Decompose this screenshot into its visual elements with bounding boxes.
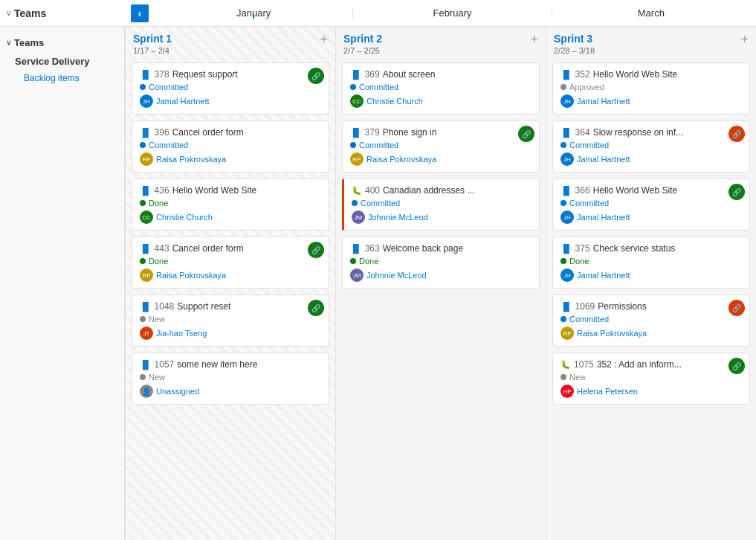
card-443-id: 443	[155, 243, 169, 254]
sprint-2-dates: 2/7 – 2/25	[343, 46, 382, 55]
avatar-jamal-375: JH	[560, 269, 574, 282]
sprint-1-title: Sprint 1	[133, 33, 172, 45]
card-363-id: 363	[365, 243, 380, 254]
card-375-status: Done	[569, 257, 589, 266]
card-436[interactable]: ▐▌ 436 Hello World Web Site Done CC Chri…	[132, 179, 329, 231]
card-352-id: 352	[575, 69, 590, 80]
card-366-link-badge: 🔗	[728, 184, 745, 200]
sprint-3-add-icon[interactable]: +	[740, 33, 749, 46]
card-1075-link-badge: 🔗	[728, 358, 745, 374]
card-436-title: Hello World Web Site	[172, 185, 257, 196]
month-headers: January February March	[155, 7, 750, 19]
avatar-christie-369: CC	[350, 94, 364, 108]
card-375-icon: ▐▌	[560, 244, 572, 253]
card-1069-link-badge: 🔗	[728, 300, 745, 316]
avatar-johnnie-400: JM	[352, 210, 365, 224]
sprint-2-title: Sprint 2	[343, 33, 382, 45]
card-436-icon: ▐▌	[140, 186, 152, 195]
card-378-link-badge: 🔗	[308, 68, 324, 84]
card-1048[interactable]: ▐▌ 1048 Support reset New JT Jia-hao Tse…	[132, 295, 329, 347]
card-400-id: 400	[365, 185, 380, 196]
card-379-link-badge: 🔗	[518, 126, 534, 142]
card-1057-id: 1057	[155, 359, 175, 370]
card-369-assignee: Christie Church	[366, 97, 423, 106]
sidebar-section-label: Service Delivery	[0, 53, 124, 70]
card-364-status: Committed	[569, 141, 609, 150]
sprint-3-column: Sprint 3 2/28 – 3/18 + ▐▌ 352 Hello Worl…	[546, 27, 756, 540]
card-396-status: Committed	[149, 141, 188, 150]
card-396[interactable]: ▐▌ 396 Cancel order form Committed RP Ra…	[132, 120, 329, 173]
card-375[interactable]: ▐▌ 375 Check service status Done JH Jama…	[552, 237, 750, 289]
avatar-jamal-352: JH	[560, 94, 574, 108]
card-396-id: 396	[155, 127, 169, 138]
avatar-jamal-366: JH	[560, 210, 574, 224]
card-369-id: 369	[365, 69, 380, 80]
card-364-assignee: Jamal Hartnett	[577, 155, 630, 164]
card-375-id: 375	[575, 243, 590, 254]
card-443-link-badge: 🔗	[308, 242, 324, 258]
card-443-status: Done	[149, 257, 168, 266]
card-400-icon: 🐛	[352, 186, 362, 196]
card-363-assignee: Johnnie McLeod	[366, 271, 427, 280]
sprint-3-title: Sprint 3	[554, 33, 595, 45]
sidebar-team-chevron: ∨	[6, 39, 11, 47]
card-363[interactable]: ▐▌ 363 Welcome back page Done JM Johnnie…	[342, 237, 540, 289]
sprint-1-header: Sprint 1 1/17 – 2/4 +	[132, 33, 329, 55]
card-1048-status: New	[149, 315, 165, 324]
card-1069-title: Permissions	[598, 301, 646, 312]
card-400-status: Committed	[361, 199, 400, 208]
nav-back-button[interactable]: ‹	[131, 4, 149, 22]
card-379-assignee: Raisa Pokrovskaya	[366, 155, 436, 164]
sidebar: ∨ Teams Service Delivery Backlog items	[0, 27, 125, 540]
card-366-title: Hello World Web Site	[593, 185, 678, 196]
card-379-id: 379	[365, 127, 380, 138]
card-366-id: 366	[575, 185, 590, 196]
card-1057-icon: ▐▌	[140, 360, 152, 369]
card-378[interactable]: ▐▌ 378 Request support Committed JH Jama…	[132, 62, 329, 115]
sidebar-team-header[interactable]: ∨ Teams	[0, 33, 124, 53]
card-1057[interactable]: ▐▌ 1057 some new item here New 👤 Unassig…	[132, 353, 329, 405]
card-443-title: Cancel order form	[172, 243, 244, 254]
avatar-christie-436: CC	[140, 210, 153, 224]
sprint-2-add-icon[interactable]: +	[530, 33, 538, 46]
card-400-assignee: Johnnie McLeod	[368, 213, 428, 222]
card-443[interactable]: ▐▌ 443 Cancel order form Done RP Raisa P…	[132, 237, 329, 289]
card-379-icon: ▐▌	[350, 128, 362, 137]
card-1069[interactable]: ▐▌ 1069 Permissions Committed RP Raisa P…	[552, 295, 750, 347]
card-436-status: Done	[149, 199, 168, 208]
card-369[interactable]: ▐▌ 369 About screen Committed CC Christi…	[342, 62, 540, 115]
card-1048-id: 1048	[155, 301, 175, 312]
card-1048-icon: ▐▌	[140, 302, 152, 311]
sidebar-item-backlog[interactable]: Backlog items	[0, 70, 124, 86]
sprint-1-add-icon[interactable]: +	[320, 33, 328, 46]
sprint-3-dates: 2/28 – 3/18	[554, 46, 595, 55]
avatar-unassigned-1057: 👤	[140, 385, 153, 398]
sprint-1-dates: 1/17 – 2/4	[133, 46, 172, 55]
card-400[interactable]: 🐛 400 Canadian addresses ... Committed J…	[342, 179, 540, 231]
card-364-title: Slow response on inf...	[593, 127, 683, 138]
card-364[interactable]: ▐▌ 364 Slow response on inf... Committed…	[552, 120, 750, 173]
teams-section-header: ∨ Teams	[6, 7, 125, 19]
avatar-jamal-364: JH	[560, 152, 574, 166]
card-378-icon: ▐▌	[140, 70, 152, 79]
card-375-assignee: Jamal Hartnett	[577, 271, 630, 280]
card-436-assignee: Christie Church	[156, 213, 213, 222]
card-352-icon: ▐▌	[560, 70, 572, 79]
card-1069-icon: ▐▌	[560, 302, 572, 311]
month-february: February	[352, 7, 551, 19]
month-january: January	[155, 7, 352, 19]
card-1075[interactable]: 🐛 1075 352 : Add an inform... New HP Hel…	[552, 353, 750, 405]
card-1075-status: New	[569, 373, 586, 382]
card-352-assignee: Jamal Hartnett	[577, 97, 630, 106]
sprint-2-column: Sprint 2 2/7 – 2/25 + ▐▌ 369 About scree…	[335, 27, 546, 540]
card-364-id: 364	[575, 127, 590, 138]
card-352[interactable]: ▐▌ 352 Hello World Web Site Approved JH …	[552, 62, 750, 115]
card-352-status: Approved	[569, 83, 604, 91]
avatar-raisa-1069: RP	[560, 327, 574, 340]
card-1069-assignee: Raisa Pokrovskaya	[577, 329, 647, 338]
avatar-helena-1075: HP	[560, 385, 574, 398]
card-379[interactable]: ▐▌ 379 Phone sign in Committed RP Raisa …	[342, 120, 540, 173]
avatar-johnnie-363: JM	[350, 269, 364, 282]
card-366[interactable]: ▐▌ 366 Hello World Web Site Committed JH…	[552, 179, 750, 231]
card-366-icon: ▐▌	[560, 186, 572, 195]
